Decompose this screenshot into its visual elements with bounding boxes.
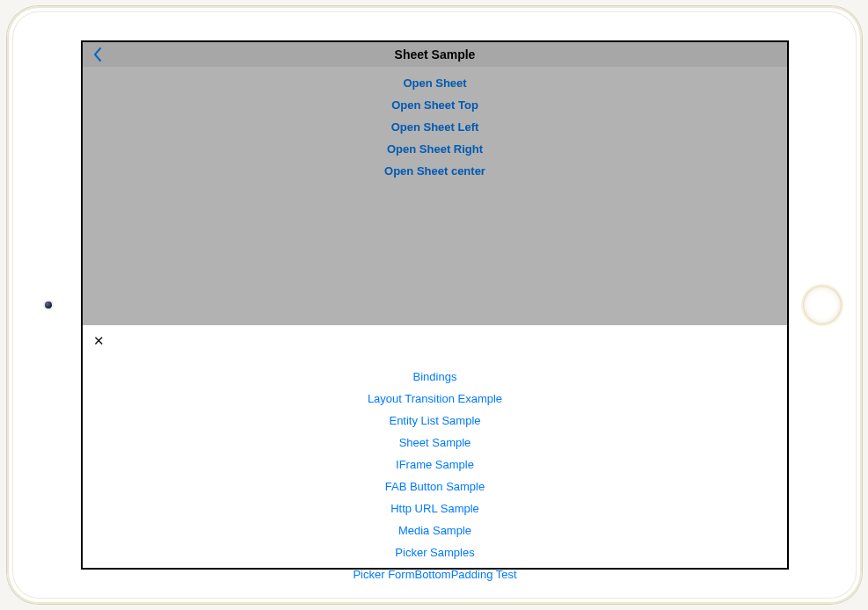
open-sheet-button[interactable]: Open Sheet — [83, 72, 787, 94]
ipad-frame: Sheet Sample Open Sheet Open Sheet Top O… — [7, 6, 862, 604]
list-item[interactable]: Picker FormBottomPadding Test — [83, 563, 787, 585]
back-button[interactable] — [91, 47, 104, 62]
background-dimmed-layer: Sheet Sample Open Sheet Open Sheet Top O… — [83, 42, 787, 325]
list-item[interactable]: Sheet Sample — [83, 432, 787, 454]
list-item[interactable]: Layout Transition Example — [83, 388, 787, 410]
list-item[interactable]: Http URL Sample — [83, 497, 787, 519]
screen: Sheet Sample Open Sheet Open Sheet Top O… — [81, 40, 789, 570]
navbar: Sheet Sample — [83, 42, 787, 67]
open-sheet-top-button[interactable]: Open Sheet Top — [83, 94, 787, 116]
camera-icon — [45, 301, 52, 309]
page-title: Sheet Sample — [83, 47, 787, 62]
sheet-link-list: Bindings Layout Transition Example Entit… — [83, 325, 787, 585]
open-sheet-left-button[interactable]: Open Sheet Left — [83, 116, 787, 138]
top-action-list: Open Sheet Open Sheet Top Open Sheet Lef… — [83, 67, 787, 182]
close-icon: ✕ — [93, 333, 105, 348]
home-button[interactable] — [804, 287, 841, 323]
list-item[interactable]: Bindings — [83, 366, 787, 388]
list-item[interactable]: IFrame Sample — [83, 454, 787, 476]
open-sheet-center-button[interactable]: Open Sheet center — [83, 160, 787, 182]
bottom-sheet: ✕ Bindings Layout Transition Example Ent… — [83, 325, 787, 568]
chevron-left-icon — [93, 47, 102, 62]
close-button[interactable]: ✕ — [93, 334, 105, 347]
list-item[interactable]: Media Sample — [83, 519, 787, 541]
list-item[interactable]: Entity List Sample — [83, 410, 787, 432]
list-item[interactable]: Picker Samples — [83, 541, 787, 563]
list-item[interactable]: FAB Button Sample — [83, 476, 787, 497]
open-sheet-right-button[interactable]: Open Sheet Right — [83, 138, 787, 160]
